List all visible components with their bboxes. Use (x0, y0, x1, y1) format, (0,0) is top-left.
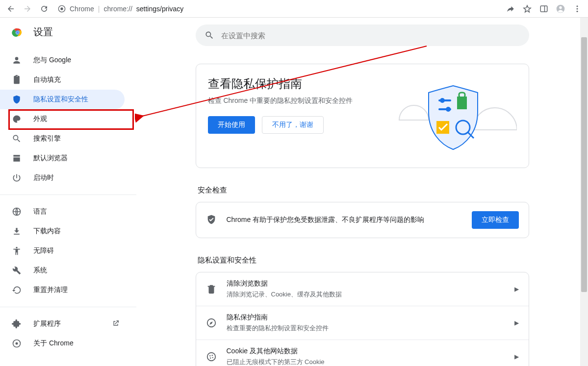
browser-window-icon (12, 153, 22, 163)
extension-icon (12, 319, 22, 329)
addr-origin: Chrome (70, 5, 94, 13)
svg-point-12 (17, 31, 19, 33)
reload-button[interactable] (37, 2, 51, 16)
svg-point-5 (559, 6, 562, 8)
row-privacy-guide[interactable]: 隐私保护指南检查重要的隐私控制设置和安全控件 ▶ (196, 306, 529, 340)
svg-point-29 (209, 355, 210, 356)
accessibility-icon (12, 246, 22, 256)
settings-main: 查看隐私保护指南 检查 Chrome 中重要的隐私控制设置和安全控件 开始使用 … (136, 18, 588, 366)
nav-label: 外观 (33, 115, 47, 123)
safety-check-card: Chrome 有助于保护您免受数据泄露、不良扩展程序等问题的影响 立即检查 (196, 202, 529, 238)
privacy-list-card: 清除浏览数据清除浏览记录、Cookie、缓存及其他数据 ▶ 隐私保护指南检查重要… (196, 272, 529, 366)
svg-point-30 (211, 355, 212, 356)
compass-icon (206, 317, 217, 328)
divider (0, 195, 136, 195)
brand-row: 设置 (0, 25, 136, 48)
shield-check-icon (206, 214, 217, 226)
nav-label: 启动时 (33, 173, 54, 182)
promo-dismiss-button[interactable]: 不用了，谢谢 (262, 116, 324, 134)
settings-search-input[interactable] (196, 24, 529, 46)
nav-label: 搜索引擎 (33, 134, 61, 143)
svg-point-8 (577, 10, 578, 12)
svg-point-28 (207, 353, 215, 361)
chrome-page-icon (58, 5, 66, 13)
chrome-small-icon (12, 339, 22, 348)
row-sub: 清除浏览记录、Cookie、缓存及其他数据 (227, 290, 505, 299)
open-in-new-icon (112, 319, 120, 329)
promo-subtitle: 检查 Chrome 中重要的隐私控制设置和安全控件 (208, 97, 380, 105)
svg-rect-22 (457, 97, 467, 109)
privacy-guide-promo-card: 查看隐私保护指南 检查 Chrome 中重要的隐私控制设置和安全控件 开始使用 … (196, 64, 529, 168)
divider (0, 307, 136, 307)
sidebar-item-default-browser[interactable]: 默认浏览器 (0, 148, 125, 168)
svg-point-19 (440, 98, 445, 103)
svg-rect-2 (540, 6, 547, 12)
svg-point-6 (577, 5, 578, 7)
sidebar-item-you-and-google[interactable]: 您与 Google (0, 50, 125, 70)
profile-avatar-icon[interactable] (554, 2, 567, 16)
clipboard-icon (12, 75, 22, 85)
sidebar-item-languages[interactable]: 语言 (0, 202, 125, 221)
row-clear-browsing-data[interactable]: 清除浏览数据清除浏览记录、Cookie、缓存及其他数据 ▶ (196, 272, 529, 306)
sidebar-item-system[interactable]: 系统 (0, 261, 125, 280)
sidebar-item-reset[interactable]: 重置并清理 (0, 280, 125, 300)
settings-title: 设置 (33, 25, 53, 39)
nav-label: 您与 Google (33, 56, 71, 65)
svg-point-32 (212, 357, 213, 358)
palette-icon (12, 114, 22, 124)
download-icon (12, 226, 22, 236)
sidebar-item-search-engine[interactable]: 搜索引擎 (0, 129, 125, 148)
sidebar-item-about-chrome[interactable]: 关于 Chrome (0, 334, 125, 353)
svg-point-31 (209, 358, 210, 359)
svg-point-14 (16, 247, 17, 248)
wrench-icon (12, 266, 22, 275)
chevron-right-icon: ▶ (514, 286, 519, 293)
power-icon (12, 173, 22, 183)
row-cookies[interactable]: Cookie 及其他网站数据已阻止无痕模式下的第三方 Cookie ▶ (196, 340, 529, 366)
bookmark-star-icon[interactable] (520, 2, 534, 16)
nav-label: 系统 (33, 266, 47, 275)
search-icon (205, 30, 214, 42)
trash-icon (206, 284, 217, 294)
sidebar-item-extensions[interactable]: 扩展程序 (0, 314, 125, 334)
addr-url-prefix: chrome:// (103, 5, 132, 13)
restore-icon (12, 285, 22, 295)
person-icon (12, 55, 22, 65)
chevron-right-icon: ▶ (514, 353, 519, 360)
row-title: 清除浏览数据 (227, 279, 505, 288)
sidebar-item-downloads[interactable]: 下载内容 (0, 221, 125, 241)
sidebar-item-privacy-security[interactable]: 隐私设置和安全性 (0, 90, 125, 109)
kebab-menu-icon[interactable] (570, 2, 584, 16)
cookie-icon (206, 351, 217, 362)
safety-check-text: Chrome 有助于保护您免受数据泄露、不良扩展程序等问题的影响 (227, 216, 462, 224)
sidebar-item-on-startup[interactable]: 启动时 (0, 168, 125, 188)
nav-label: 扩展程序 (33, 319, 61, 328)
section-title-safety: 安全检查 (198, 186, 529, 195)
promo-start-button[interactable]: 开始使用 (208, 116, 255, 134)
settings-search-wrap (196, 24, 529, 46)
address-bar[interactable]: Chrome | chrome://settings/privacy (58, 5, 183, 13)
sidebar-item-appearance[interactable]: 外观 (0, 109, 125, 129)
row-title: Cookie 及其他网站数据 (227, 347, 505, 356)
forward-button[interactable] (21, 2, 34, 16)
sidepanel-icon[interactable] (537, 2, 551, 16)
nav-label: 自动填充 (33, 75, 61, 84)
row-title: 隐私保护指南 (227, 313, 505, 322)
svg-point-7 (577, 8, 578, 9)
sidebar-item-autofill[interactable]: 自动填充 (0, 70, 125, 90)
promo-title: 查看隐私保护指南 (208, 76, 380, 92)
nav-label: 默认浏览器 (33, 154, 68, 163)
addr-url-path: settings/privacy (136, 5, 183, 13)
promo-illustration (389, 76, 517, 156)
section-title-privacy: 隐私设置和安全性 (198, 256, 529, 265)
safety-check-button[interactable]: 立即检查 (472, 211, 519, 229)
sidebar-item-accessibility[interactable]: 无障碍 (0, 241, 125, 261)
nav-label: 隐私设置和安全性 (33, 95, 88, 104)
settings-sidebar: 设置 您与 Google 自动填充 隐私设置和安全性 外观 搜索引擎 默认浏览器… (0, 18, 136, 366)
share-icon[interactable] (504, 2, 517, 16)
row-sub: 已阻止无痕模式下的第三方 Cookie (227, 358, 505, 366)
svg-point-1 (60, 7, 63, 10)
back-button[interactable] (4, 2, 18, 16)
shield-icon (12, 95, 22, 104)
nav-label: 无障碍 (33, 246, 54, 255)
